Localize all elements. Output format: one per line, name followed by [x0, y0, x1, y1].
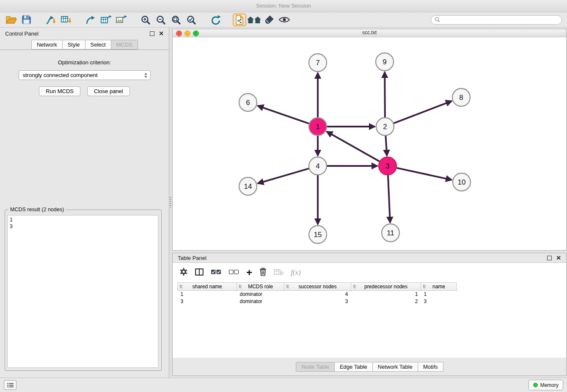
- column-sort-icon: [423, 284, 427, 290]
- node-14[interactable]: 14: [239, 177, 257, 195]
- select-all-icon[interactable]: [211, 269, 221, 277]
- tab-mcds[interactable]: MCDS: [111, 40, 138, 50]
- refresh-layout-icon[interactable]: [208, 14, 223, 26]
- mcds-result-box: MCDS result (2 nodes) 13: [5, 210, 162, 371]
- tab-select[interactable]: Select: [85, 40, 111, 50]
- node-11[interactable]: 11: [382, 224, 399, 242]
- column-header-shared-name[interactable]: shared name: [178, 283, 237, 291]
- node-1[interactable]: 1: [309, 118, 327, 135]
- function-builder-icon: f(x): [291, 268, 301, 277]
- close-control-panel-icon[interactable]: ✕: [159, 30, 164, 36]
- table-row[interactable]: 3dominator323: [178, 298, 457, 305]
- splitter-handle-icon[interactable]: [170, 197, 171, 208]
- table-cell-shared-name[interactable]: 3: [178, 298, 237, 305]
- table-settings-gear-icon[interactable]: [179, 268, 188, 278]
- node-9[interactable]: 9: [376, 53, 394, 71]
- edge-3-11[interactable]: [388, 175, 390, 223]
- import-table-icon[interactable]: [58, 14, 74, 26]
- show-hide-eye-icon[interactable]: [277, 14, 292, 26]
- network-window-titlebar[interactable]: × − + scc.txt: [173, 29, 566, 37]
- window-minimize-icon[interactable]: −: [184, 30, 190, 36]
- zoom-out-icon[interactable]: [153, 14, 168, 26]
- export-image-icon[interactable]: [113, 14, 129, 26]
- svg-text:4: 4: [316, 162, 319, 170]
- tab-motifs[interactable]: Motifs: [418, 362, 443, 372]
- import-network-icon[interactable]: [43, 14, 58, 26]
- node-4[interactable]: 4: [309, 157, 327, 175]
- tab-style[interactable]: Style: [62, 40, 85, 50]
- panel-splitter[interactable]: [169, 28, 172, 378]
- table-cell-mcds-role[interactable]: dominator: [237, 291, 284, 298]
- zoom-selected-icon[interactable]: [184, 14, 199, 26]
- node-10[interactable]: 10: [453, 173, 471, 191]
- table-cell-shared-name[interactable]: 1: [178, 291, 237, 298]
- cytoscape-home-icon[interactable]: [246, 14, 261, 26]
- table-cell-name[interactable]: 1: [421, 291, 457, 298]
- delete-column-icon[interactable]: [259, 268, 267, 278]
- mcds-result-list[interactable]: 13: [7, 215, 158, 368]
- run-mcds-button[interactable]: Run MCDS: [39, 86, 80, 96]
- node-2[interactable]: 2: [376, 118, 394, 135]
- tab-node-table[interactable]: Node Table: [296, 362, 335, 372]
- column-header-successor-nodes[interactable]: successor nodes: [284, 283, 351, 291]
- node-8[interactable]: 8: [452, 88, 470, 106]
- control-panel-tabs: NetworkStyleSelectMCDS: [0, 39, 169, 50]
- style-brush-icon[interactable]: [261, 14, 277, 26]
- edge-3-1[interactable]: [327, 132, 380, 161]
- edge-2-9[interactable]: [385, 72, 385, 117]
- share-network-icon[interactable]: [233, 14, 246, 26]
- node-7[interactable]: 7: [309, 54, 327, 72]
- memory-button[interactable]: Memory: [528, 380, 563, 390]
- table-cell-successor-nodes[interactable]: 4: [284, 291, 351, 298]
- table-toolbar: + f(x): [173, 263, 566, 282]
- criterion-dropdown[interactable]: strongly connected component: [19, 70, 151, 80]
- table-cell-predecessor-nodes[interactable]: 2: [351, 298, 421, 305]
- mcds-result-title: MCDS result (2 nodes): [8, 207, 66, 213]
- search-field[interactable]: [431, 15, 562, 25]
- zoom-in-icon[interactable]: [138, 14, 153, 26]
- column-header-name[interactable]: name: [421, 283, 457, 291]
- show-panels-button[interactable]: [4, 380, 17, 390]
- svg-text:11: 11: [387, 229, 394, 237]
- edge-4-14[interactable]: [258, 168, 309, 183]
- network-graph[interactable]: 7968124310141511: [173, 37, 566, 251]
- deselect-all-icon[interactable]: [228, 269, 239, 277]
- network-window-title: scc.txt: [362, 30, 377, 36]
- zoom-fit-icon[interactable]: [168, 14, 184, 26]
- column-header-predecessor-nodes[interactable]: predecessor nodes: [351, 283, 421, 291]
- close-panel-button[interactable]: Close panel: [87, 86, 130, 96]
- window-title: Session: New Session: [256, 3, 311, 9]
- export-network-icon[interactable]: [83, 14, 98, 26]
- table-cell-predecessor-nodes[interactable]: 1: [351, 291, 421, 298]
- table-cell-successor-nodes[interactable]: 3: [284, 298, 351, 305]
- window-close-icon[interactable]: ×: [176, 30, 182, 36]
- table-row[interactable]: 1dominator411: [178, 291, 457, 298]
- column-header-mcds-role[interactable]: MCDS role: [237, 283, 284, 291]
- close-table-panel-icon[interactable]: ✕: [556, 255, 561, 261]
- node-table-header-row: shared nameMCDS rolesuccessor nodesprede…: [178, 283, 457, 291]
- edge-1-6[interactable]: [258, 106, 309, 124]
- save-session-icon[interactable]: [19, 14, 34, 26]
- float-table-panel-icon[interactable]: [547, 256, 552, 260]
- export-table-icon[interactable]: [98, 14, 113, 26]
- svg-text:9: 9: [383, 58, 386, 66]
- tab-edge-table[interactable]: Edge Table: [334, 362, 373, 372]
- edge-3-10[interactable]: [396, 168, 451, 180]
- search-input[interactable]: [442, 17, 558, 23]
- tab-network-table[interactable]: Network Table: [372, 362, 418, 372]
- open-session-icon[interactable]: [3, 14, 19, 26]
- node-6[interactable]: 6: [239, 94, 257, 111]
- node-3[interactable]: 3: [379, 157, 396, 175]
- window-zoom-icon[interactable]: +: [193, 30, 199, 36]
- tab-network[interactable]: Network: [31, 40, 63, 50]
- table-cell-name[interactable]: 3: [421, 298, 457, 305]
- table-cell-mcds-role[interactable]: dominator: [237, 298, 284, 305]
- edge-2-8[interactable]: [394, 101, 452, 124]
- show-columns-icon[interactable]: [195, 268, 204, 277]
- edge-2-3[interactable]: [385, 136, 387, 156]
- add-column-icon[interactable]: +: [246, 268, 252, 277]
- application-window: Session: New Session: [0, 0, 567, 392]
- control-panel: Control Panel ✕ NetworkStyleSelectMCDS O…: [0, 28, 169, 378]
- node-15[interactable]: 15: [309, 226, 327, 243]
- float-panel-icon[interactable]: [150, 31, 154, 36]
